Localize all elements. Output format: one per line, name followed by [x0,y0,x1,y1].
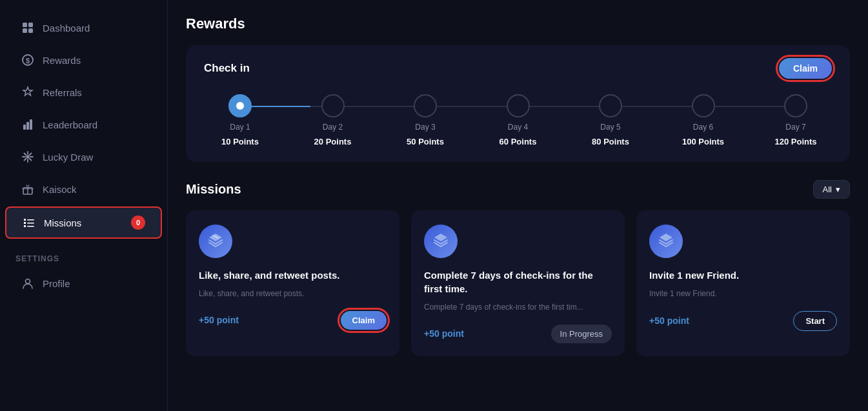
sidebar-item-label: Lucky Draw [43,152,93,163]
day-label-7: Day 7 [785,123,805,132]
mission-claim-button-1[interactable]: Claim [341,311,387,330]
mission-icon-2 [424,225,458,258]
progress-track: Day 1 10 Points Day 2 20 Points Day 3 50… [204,94,832,146]
svg-rect-3 [28,28,33,33]
day-points-1: 10 Points [221,137,259,146]
day-points-7: 120 Points [774,137,816,146]
svg-text:$: $ [26,57,30,65]
day-item-3: Day 3 50 Points [399,94,451,146]
sidebar: Dashboard $ Rewards Referrals Leaderboar… [0,0,168,411]
day-label-1: Day 1 [230,123,250,132]
sidebar-item-rewards[interactable]: $ Rewards [5,45,162,75]
filter-label: All [823,185,832,194]
sparkle-icon [21,150,35,164]
day-points-6: 100 Points [682,137,724,146]
mission-points-3: +50 point [649,316,689,326]
missions-badge: 0 [131,216,145,230]
missions-grid: Like, share, and retweet posts. Like, sh… [186,210,850,356]
mission-footer-1: +50 point Claim [199,311,387,330]
day-item-6: Day 6 100 Points [678,94,729,146]
mission-desc-2: Complete 7 days of check-ins for the fir… [424,302,612,313]
day-label-2: Day 2 [323,123,343,132]
sidebar-item-missions[interactable]: Missions 0 [5,206,162,239]
svg-rect-6 [23,125,26,130]
day-item-2: Day 2 20 Points [307,94,359,146]
bar-chart-icon [21,117,35,132]
svg-point-9 [26,155,30,159]
dollar-icon: $ [21,53,35,67]
day-points-5: 80 Points [592,137,629,146]
day-label-6: Day 6 [693,123,713,132]
mission-name-2: Complete 7 days of check-ins for the fir… [424,268,612,296]
sidebar-item-label: Missions [44,217,81,228]
day-dot-2 [321,94,345,117]
svg-point-17 [26,279,30,284]
day-label-4: Day 4 [508,123,528,132]
mission-icon-1 [199,225,232,258]
sidebar-item-leaderboard[interactable]: Leaderboard [5,110,162,139]
checkin-claim-button[interactable]: Claim [779,58,832,79]
day-dot-1 [228,94,252,117]
day-points-4: 60 Points [500,137,537,146]
mission-icon-3 [649,225,683,258]
settings-section-label: Settings [0,246,167,266]
mission-card-1: Like, share, and retweet posts. Like, sh… [186,210,399,356]
day-item-1: Day 1 10 Points [214,94,266,146]
missions-filter-dropdown[interactable]: All ▾ [813,180,850,199]
svg-rect-16 [27,226,34,227]
svg-rect-11 [24,219,26,221]
day-dot-5 [599,94,622,117]
day-dot-3 [414,94,437,117]
svg-rect-1 [28,23,33,27]
mission-desc-3: Invite 1 new Friend. [649,288,837,299]
gift-icon [21,182,35,196]
in-progress-badge: In Progress [551,325,612,343]
star-icon [21,85,35,99]
sidebar-item-label: Profile [43,278,70,289]
svg-rect-8 [30,119,32,130]
mission-points-2: +50 point [424,328,464,339]
mission-card-2: Complete 7 days of check-ins for the fir… [411,210,625,356]
chevron-down-icon: ▾ [836,185,840,194]
mission-footer-3: +50 point Start [649,311,837,331]
sidebar-item-label: Rewards [43,55,81,66]
grid-icon [21,21,35,35]
svg-rect-15 [24,225,26,227]
day-dot-6 [692,94,715,117]
sidebar-item-kaisock[interactable]: Kaisock [5,174,162,204]
svg-rect-7 [26,122,29,130]
main-content: Rewards Check in Claim Day 1 10 Points D… [168,0,868,411]
sidebar-item-profile[interactable]: Profile [5,268,162,298]
checkin-title: Check in [204,62,250,75]
svg-rect-0 [23,23,27,27]
sidebar-item-label: Dashboard [43,23,90,34]
person-icon [21,276,35,290]
svg-rect-13 [24,222,26,224]
sidebar-item-dashboard[interactable]: Dashboard [5,13,162,43]
page-title: Rewards [186,15,850,32]
day-points-3: 50 Points [407,137,444,146]
day-dot-7 [784,94,807,117]
mission-name-1: Like, share, and retweet posts. [199,268,387,282]
day-points-2: 20 Points [314,137,352,146]
sidebar-item-lucky-draw[interactable]: Lucky Draw [5,142,162,172]
sidebar-item-referrals[interactable]: Referrals [5,77,162,107]
mission-desc-1: Like, share, and retweet posts. [199,288,387,299]
mission-footer-2: +50 point In Progress [424,325,612,343]
day-item-4: Day 4 60 Points [492,94,544,146]
day-label-3: Day 3 [415,123,435,132]
sidebar-item-label: Leaderboard [43,119,97,130]
mission-name-3: Invite 1 new Friend. [649,268,837,282]
svg-rect-2 [23,28,27,33]
list-icon [22,216,36,230]
missions-title: Missions [186,182,241,197]
mission-start-button-3[interactable]: Start [793,311,837,331]
checkin-card: Check in Claim Day 1 10 Points Day 2 20 … [186,45,850,162]
mission-points-1: +50 point [199,315,239,325]
svg-rect-14 [27,223,34,224]
day-item-5: Day 5 80 Points [585,94,636,146]
missions-section-header: Missions All ▾ [186,180,850,199]
day-item-7: Day 7 120 Points [770,94,822,146]
sidebar-item-label: Referrals [43,87,82,98]
sidebar-item-label: Kaisock [43,184,77,195]
